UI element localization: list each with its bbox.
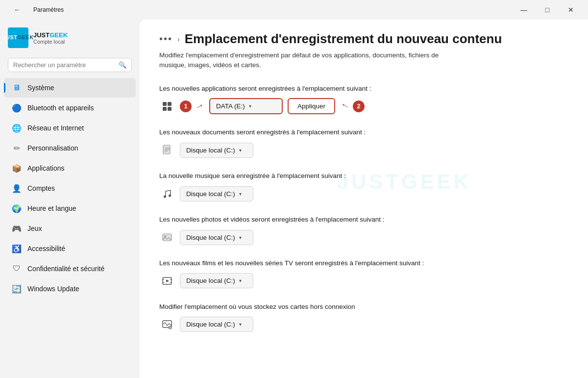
section-music: La nouvelle musique sera enregistrée à l… <box>159 172 568 202</box>
back-button[interactable]: ← <box>6 2 28 18</box>
sidebar-label-heure: Heure et langue <box>27 204 76 212</box>
sidebar-label-personnalisation: Personnalisation <box>27 144 78 152</box>
apps-section-icon <box>159 99 175 114</box>
sidebar-item-systeme[interactable]: 🖥 Système <box>4 78 136 98</box>
logo-area: JUSTGEEK JUSTGEEK Compte local <box>0 24 140 56</box>
svg-point-8 <box>164 196 166 198</box>
films-section-icon <box>159 273 175 289</box>
svg-rect-2 <box>163 107 167 111</box>
sidebar-item-windows-update[interactable]: 🔄 Windows Update <box>4 279 136 299</box>
sidebar-label-bluetooth: Bluetooth et appareils <box>27 104 94 112</box>
windows-update-icon: 🔄 <box>12 284 22 294</box>
photos-dropdown-arrow: ▾ <box>239 235 242 240</box>
sidebar-item-accessibilite[interactable]: ♿ Accessibilité <box>4 239 136 258</box>
sidebar-item-applications[interactable]: 📦 Applications <box>4 158 136 178</box>
apps-dropdown-value: DATA (E:) <box>216 102 245 110</box>
section-films: Les nouveaux films et les nouvelles séri… <box>159 259 568 289</box>
svg-point-9 <box>169 195 171 197</box>
sidebar: JUSTGEEK JUSTGEEK Compte local 🔍 🖥 Systè… <box>0 20 140 378</box>
sidebar-label-accessibilite: Accessibilité <box>27 245 65 252</box>
apps-dropdown-arrow: ▾ <box>249 103 251 109</box>
sidebar-label-confidentialite: Confidentialité et sécurité <box>27 265 104 273</box>
films-dropdown-arrow: ▾ <box>239 278 242 283</box>
photos-section-icon <box>159 229 175 245</box>
annotation-badge-2: 2 <box>353 101 365 112</box>
app-body: JUSTGEEK JUSTGEEK Compte local 🔍 🖥 Systè… <box>0 20 588 378</box>
sidebar-item-heure[interactable]: 🌍 Heure et langue <box>4 199 136 218</box>
comptes-icon: 👤 <box>12 183 22 193</box>
maximize-button[interactable]: □ <box>536 2 559 18</box>
applications-icon: 📦 <box>12 163 22 173</box>
annotation-badge-1: 1 <box>180 101 192 112</box>
search-input[interactable] <box>13 61 116 69</box>
music-dropdown-value: Disque local (C:) <box>186 190 235 198</box>
jeux-icon: 🎮 <box>12 224 22 233</box>
music-row: Disque local (C:) ▾ <box>159 186 568 202</box>
apply-button[interactable]: Appliquer <box>288 98 335 114</box>
music-label: La nouvelle musique sera enregistrée à l… <box>159 172 568 181</box>
music-dropdown[interactable]: Disque local (C:) ▾ <box>180 186 253 202</box>
heure-icon: 🌍 <box>12 203 22 213</box>
cartes-dropdown-arrow: ▾ <box>239 322 242 327</box>
sidebar-label-systeme: Système <box>27 84 54 92</box>
docs-section-icon <box>159 142 175 158</box>
sidebar-label-jeux: Jeux <box>27 225 42 232</box>
minimize-button[interactable]: — <box>513 2 535 18</box>
personnalisation-icon: ✏ <box>12 143 22 153</box>
cartes-dropdown-value: Disque local (C:) <box>186 321 235 328</box>
breadcrumb-arrow: › <box>177 35 180 43</box>
sidebar-label-applications: Applications <box>27 164 65 172</box>
account-type: Compte local <box>33 39 68 45</box>
sidebar-item-comptes[interactable]: 👤 Comptes <box>4 178 136 198</box>
svg-rect-10 <box>163 234 172 241</box>
logo-geek: GEEK <box>17 34 33 40</box>
sidebar-item-jeux[interactable]: 🎮 Jeux <box>4 219 136 238</box>
sidebar-item-confidentialite[interactable]: 🛡 Confidentialité et sécurité <box>4 259 136 278</box>
section-apps: Les nouvelles applications seront enregi… <box>159 84 568 115</box>
confidentialite-icon: 🛡 <box>12 264 22 274</box>
sidebar-item-reseau[interactable]: 🌐 Réseau et Internet <box>4 118 136 138</box>
page-title: Emplacement d'enregistrement du nouveau … <box>185 31 502 47</box>
close-button[interactable]: ✕ <box>560 2 582 18</box>
arrow-2: → <box>338 99 352 114</box>
section-photos: Les nouvelles photos et vidéos seront en… <box>159 215 568 245</box>
logo-just: JUST <box>2 34 17 40</box>
logo-box: JUSTGEEK <box>8 27 28 48</box>
films-row: Disque local (C:) ▾ <box>159 273 568 289</box>
sidebar-item-bluetooth[interactable]: 🔵 Bluetooth et appareils <box>4 98 136 118</box>
cartes-label: Modifier l'emplacement où vous stockez v… <box>159 302 568 312</box>
docs-dropdown-value: Disque local (C:) <box>186 147 235 154</box>
music-dropdown-arrow: ▾ <box>239 191 242 197</box>
breadcrumb-dots: ••• <box>159 33 172 45</box>
photos-row: Disque local (C:) ▾ <box>159 229 568 245</box>
photos-label: Les nouvelles photos et vidéos seront en… <box>159 215 568 225</box>
content-wrapper: JUSTGEEK ••• › Emplacement d'enregistrem… <box>159 31 568 332</box>
search-box[interactable]: 🔍 <box>8 58 132 72</box>
svg-rect-3 <box>168 107 172 111</box>
arrow-1: → <box>193 99 207 114</box>
section-cartes: Modifier l'emplacement où vous stockez v… <box>159 302 568 332</box>
badge1-wrapper: 1 → <box>180 101 204 112</box>
cartes-dropdown[interactable]: Disque local (C:) ▾ <box>180 317 253 332</box>
films-dropdown-value: Disque local (C:) <box>186 277 235 284</box>
sidebar-label-comptes: Comptes <box>27 184 55 192</box>
apps-row: 1 → DATA (E:) ▾ Appliquer → 2 <box>159 98 568 114</box>
cartes-row: Disque local (C:) ▾ <box>159 317 568 332</box>
title-bar: ← Paramètres — □ ✕ <box>0 0 588 20</box>
music-section-icon <box>159 186 175 202</box>
sidebar-nav: 🖥 Système 🔵 Bluetooth et appareils 🌐 Rés… <box>0 78 140 299</box>
logo-text: JUSTGEEK <box>2 34 33 41</box>
bluetooth-icon: 🔵 <box>12 103 22 113</box>
films-dropdown[interactable]: Disque local (C:) ▾ <box>180 273 253 288</box>
page-subtitle: Modifiez l'emplacement d'enregistrement … <box>159 50 453 71</box>
cartes-section-icon <box>159 317 175 332</box>
sidebar-item-personnalisation[interactable]: ✏ Personnalisation <box>4 138 136 158</box>
films-label: Les nouveaux films et les nouvelles séri… <box>159 259 568 268</box>
systeme-icon: 🖥 <box>12 83 22 93</box>
docs-dropdown[interactable]: Disque local (C:) ▾ <box>180 143 253 158</box>
apps-dropdown[interactable]: DATA (E:) ▾ <box>209 98 283 114</box>
logo-info: JUSTGEEK Compte local <box>33 31 68 45</box>
sidebar-label-windows-update: Windows Update <box>27 285 79 293</box>
window-title: Paramètres <box>33 6 64 13</box>
photos-dropdown[interactable]: Disque local (C:) ▾ <box>180 230 253 245</box>
